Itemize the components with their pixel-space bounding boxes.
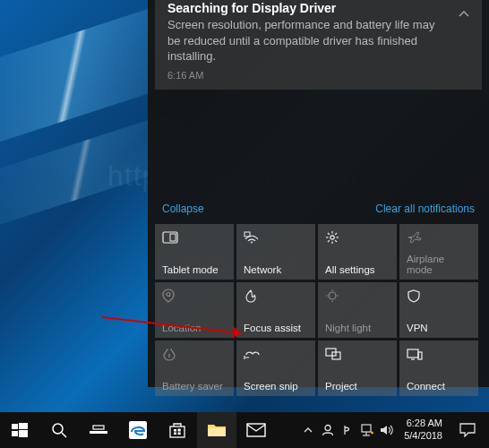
collapse-link[interactable]: Collapse [162,202,204,215]
tile-snip[interactable]: Screen snip [236,340,315,396]
nightlight-icon [325,288,390,304]
tile-label: Network [244,264,308,275]
svg-rect-33 [90,431,107,434]
notification-time: 6:16 AM [167,70,469,81]
taskbar-app-edge[interactable] [118,412,158,448]
tray-volume-icon[interactable] [377,412,397,448]
edge-icon [128,420,148,440]
tile-nightlight[interactable]: Night light [318,282,397,338]
tile-label: Tablet mode [162,264,227,275]
tray-overflow-button[interactable] [298,412,318,448]
location-icon [162,288,227,304]
svg-point-13 [167,292,170,296]
tile-vpn[interactable]: VPN [399,282,478,338]
svg-line-9 [328,233,330,235]
tile-label: VPN [407,323,471,333]
svg-rect-40 [178,433,181,435]
tile-connect[interactable]: Connect [399,340,478,396]
taskbar-clock[interactable]: 6:28 AM 5/4/2018 [397,418,450,443]
settings-icon [325,229,390,246]
taskbar-app-mail[interactable] [236,412,276,448]
svg-rect-44 [362,425,371,432]
action-center-panel: Searching for Display Driver Screen reso… [148,0,489,387]
connect-icon [407,346,471,362]
tile-label: Connect [407,381,471,392]
focus-icon [244,288,308,304]
action-links-row: Collapse Clear all notifications [148,195,489,220]
vpn-icon [407,288,471,304]
tile-focus[interactable]: Focus assist [236,282,315,338]
svg-line-12 [335,233,337,235]
svg-rect-27 [12,424,18,429]
svg-point-4 [330,235,334,238]
tile-location[interactable]: Location [155,282,234,338]
svg-line-32 [62,433,66,437]
svg-rect-24 [418,352,422,359]
clock-time: 6:28 AM [407,418,442,430]
tile-tablet[interactable]: Tablet mode [155,224,234,280]
tray-input-icon[interactable] [338,412,357,448]
tablet-icon [162,229,227,246]
network-icon [244,229,308,246]
notification-title: Searching for Display Driver [167,0,469,15]
svg-rect-36 [170,426,184,437]
svg-point-2 [251,241,253,243]
system-tray: 6:28 AM 5/4/2018 [298,412,489,448]
svg-point-43 [325,426,330,431]
svg-rect-34 [93,426,104,429]
svg-rect-41 [208,428,226,436]
svg-rect-30 [19,430,28,437]
svg-line-10 [335,240,337,242]
svg-rect-28 [19,423,28,429]
tile-battery[interactable]: Battery saver [155,340,234,396]
svg-line-11 [328,240,330,242]
tile-label: All settings [325,264,390,275]
quick-action-tiles: Tablet modeNetworkAll settingsAirplane m… [148,220,489,400]
tile-project[interactable]: Project [318,340,397,396]
clear-all-link[interactable]: Clear all notifications [375,202,475,215]
notification-card[interactable]: Searching for Display Driver Screen reso… [155,0,482,90]
tray-network-icon[interactable] [357,412,377,448]
battery-icon [162,346,227,362]
search-icon [49,420,69,440]
tile-label: Location [162,323,227,333]
svg-rect-39 [174,433,176,435]
svg-rect-22 [408,349,418,358]
search-button[interactable] [39,412,79,448]
people-button[interactable] [318,412,338,448]
clock-date: 5/4/2018 [404,430,442,443]
tile-airplane[interactable]: Airplane mode [399,224,478,280]
airplane-icon [407,229,471,246]
windows-logo-icon [10,420,30,440]
tile-label: Night light [325,323,390,333]
tile-label: Project [325,381,390,392]
svg-rect-38 [178,429,181,432]
svg-rect-37 [174,429,176,432]
svg-rect-29 [12,431,18,436]
tile-label: Focus assist [244,323,308,333]
svg-point-14 [329,292,336,299]
svg-rect-42 [247,424,265,436]
store-icon [167,420,187,440]
snip-icon [244,346,308,362]
svg-point-31 [53,424,63,434]
svg-rect-1 [170,234,176,241]
taskbar: 6:28 AM 5/4/2018 [0,412,489,448]
taskbar-app-explorer[interactable] [197,412,236,448]
tile-label: Screen snip [244,381,308,392]
start-button[interactable] [0,412,39,448]
task-view-icon [89,420,108,440]
project-icon [325,346,390,362]
file-explorer-icon [207,420,227,440]
action-center-button[interactable] [450,412,485,448]
tile-label: Airplane mode [407,254,471,275]
tile-network[interactable]: Network [236,224,315,280]
notification-body: Screen resolution, performance and batte… [167,17,445,65]
task-view-button[interactable] [79,412,118,448]
chevron-up-icon[interactable] [455,5,473,23]
tile-settings[interactable]: All settings [318,224,397,280]
mail-icon [246,420,266,440]
tile-label: Battery saver [162,381,227,392]
taskbar-app-store[interactable] [158,412,197,448]
